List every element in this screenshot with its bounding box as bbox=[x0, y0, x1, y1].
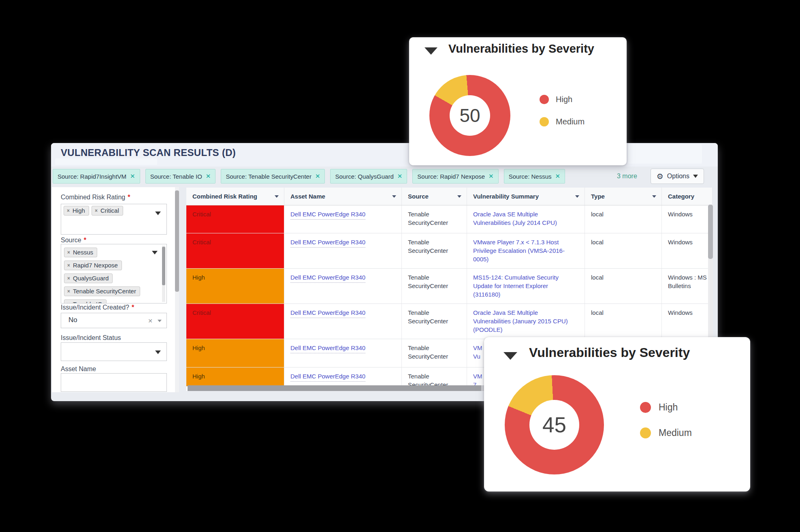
filter-tag[interactable]: ×Tenable IO bbox=[64, 299, 107, 303]
chevron-down-icon[interactable] bbox=[155, 350, 161, 354]
asset-link[interactable]: Dell EMC PowerEdge R340 bbox=[290, 238, 365, 248]
vulnerability-link[interactable]: (POODLE) bbox=[473, 325, 579, 334]
category-cell: Windows bbox=[662, 304, 713, 339]
issue-incident-status-select[interactable] bbox=[61, 342, 167, 361]
tag-remove-icon[interactable]: × bbox=[67, 208, 70, 214]
clear-icon[interactable]: ✕ bbox=[148, 318, 153, 324]
scrollbar-thumb[interactable] bbox=[162, 247, 165, 285]
risk-rating-cell: Critical bbox=[186, 233, 284, 268]
filter-chip-label: Source: Nessus bbox=[509, 173, 552, 180]
vulnerability-link[interactable]: MS15-124: Cumulative Security bbox=[473, 273, 579, 282]
vulnerability-summary-cell: MS15-124: Cumulative SecurityUpdate for … bbox=[467, 269, 585, 303]
filter-tag[interactable]: ×Nessus bbox=[64, 248, 97, 257]
source-list-scrollbar[interactable] bbox=[162, 246, 165, 302]
asset-link[interactable]: Dell EMC PowerEdge R340 bbox=[290, 372, 365, 382]
more-filters-link[interactable]: 3 more bbox=[617, 173, 637, 180]
legend-item: High bbox=[640, 402, 692, 413]
scrollbar-thumb[interactable] bbox=[175, 190, 179, 292]
vulnerability-link[interactable]: Privilege Escalation (VMSA-2016- bbox=[473, 246, 579, 255]
chip-remove-icon[interactable]: ✕ bbox=[206, 173, 211, 180]
filter-tag-label: QualysGuard bbox=[73, 275, 109, 282]
options-button[interactable]: ⚙ Options bbox=[651, 169, 704, 184]
asset-name-input[interactable] bbox=[61, 373, 167, 392]
filter-tag-label: High bbox=[73, 207, 85, 214]
chip-remove-icon[interactable]: ✕ bbox=[130, 173, 135, 180]
chevron-down-icon[interactable] bbox=[155, 212, 161, 215]
column-header[interactable]: Source bbox=[402, 188, 467, 205]
chevron-down-icon[interactable] bbox=[158, 320, 162, 322]
column-header[interactable]: Combined Risk Rating bbox=[186, 188, 284, 205]
table-row: CriticalDell EMC PowerEdge R340Tenable S… bbox=[186, 304, 713, 339]
column-header[interactable]: Type bbox=[585, 188, 662, 205]
filter-chip[interactable]: Source: Tenable IO✕ bbox=[145, 169, 216, 184]
sort-caret-icon[interactable] bbox=[652, 195, 656, 198]
tag-remove-icon[interactable]: × bbox=[67, 288, 70, 294]
asset-name-label: Asset Name bbox=[61, 365, 96, 373]
column-header[interactable]: Category bbox=[662, 188, 713, 205]
vulnerability-link[interactable]: Vulnerabilities (January 2015 CPU) bbox=[473, 317, 579, 325]
donut-hole: 45 bbox=[529, 400, 579, 450]
source-value: Tenable SecurityCenter bbox=[408, 308, 459, 325]
chip-remove-icon[interactable]: ✕ bbox=[397, 173, 403, 180]
chevron-down-icon[interactable] bbox=[152, 251, 158, 254]
legend-item: High bbox=[540, 95, 585, 104]
filter-tag[interactable]: ×High bbox=[64, 206, 89, 216]
asset-link[interactable]: Dell EMC PowerEdge R340 bbox=[290, 210, 365, 220]
chip-remove-icon[interactable]: ✕ bbox=[489, 173, 494, 180]
filter-tag[interactable]: ×Tenable SecurityCenter bbox=[64, 286, 140, 296]
tag-remove-icon[interactable]: × bbox=[67, 263, 70, 268]
type-cell: local bbox=[585, 233, 662, 268]
chip-remove-icon[interactable]: ✕ bbox=[315, 173, 320, 180]
vulnerability-link[interactable]: Oracle Java SE Multiple bbox=[473, 308, 579, 317]
sort-caret-icon[interactable] bbox=[575, 195, 579, 198]
filter-chip[interactable]: Source: Rapid7InsightVM✕ bbox=[53, 169, 140, 184]
filter-tag[interactable]: ×Rapid7 Nexpose bbox=[64, 261, 122, 270]
vulnerability-link[interactable]: Oracle Java SE Multiple bbox=[473, 210, 579, 218]
source-cell: Tenable SecurityCenter bbox=[402, 367, 467, 386]
vulnerability-link[interactable]: Update for Internet Explorer bbox=[473, 282, 579, 290]
column-header[interactable]: Vulnerability Summary bbox=[467, 188, 585, 205]
source-select[interactable]: ×Nessus×Rapid7 Nexpose×QualysGuard×Tenab… bbox=[61, 244, 167, 303]
issue-incident-created-select[interactable]: No ✕ bbox=[61, 313, 167, 328]
vulnerability-link[interactable]: Vulnerabilities (July 2014 CPU) bbox=[473, 218, 579, 227]
filter-chip[interactable]: Source: Nessus✕ bbox=[504, 169, 565, 184]
category-cell: Windows : MS Bulletins bbox=[662, 269, 713, 303]
collapse-triangle-icon[interactable] bbox=[425, 47, 437, 55]
vulnerability-link[interactable]: 0005) bbox=[473, 255, 579, 263]
scrollbar-thumb[interactable] bbox=[708, 205, 713, 259]
filter-chip[interactable]: Source: Rapid7 Nexpose✕ bbox=[412, 169, 498, 184]
filter-tag[interactable]: ×QualysGuard bbox=[64, 273, 113, 283]
source-value: Tenable SecurityCenter bbox=[408, 372, 459, 386]
filter-chip[interactable]: Source: QualysGuard✕ bbox=[330, 169, 407, 184]
vulnerability-link[interactable]: (3116180) bbox=[473, 290, 579, 299]
donut-total-value: 50 bbox=[459, 105, 480, 126]
column-header[interactable]: Asset Name bbox=[284, 188, 402, 205]
combined-risk-rating-select[interactable]: ×High×Critical bbox=[61, 204, 167, 235]
asset-link[interactable]: Dell EMC PowerEdge R340 bbox=[290, 308, 365, 318]
sort-caret-icon[interactable] bbox=[275, 195, 279, 198]
filter-tag[interactable]: ×Critical bbox=[92, 206, 123, 216]
type-value: local bbox=[591, 309, 604, 316]
vulnerability-link[interactable]: VMware Player 7.x < 7.1.3 Host bbox=[473, 238, 579, 246]
tag-remove-icon[interactable]: × bbox=[67, 250, 70, 255]
tag-remove-icon[interactable]: × bbox=[95, 208, 98, 214]
tag-remove-icon[interactable]: × bbox=[67, 276, 70, 281]
sort-caret-icon[interactable] bbox=[392, 195, 396, 198]
column-header-label: Category bbox=[668, 193, 694, 200]
sort-caret-icon[interactable] bbox=[457, 195, 461, 198]
chip-remove-icon[interactable]: ✕ bbox=[555, 173, 561, 180]
risk-rating-value: High bbox=[192, 373, 205, 380]
donut-hole: 50 bbox=[450, 95, 490, 136]
asset-link[interactable]: Dell EMC PowerEdge R340 bbox=[290, 273, 365, 283]
options-button-label: Options bbox=[667, 173, 689, 180]
scrollbar-thumb[interactable] bbox=[188, 385, 481, 391]
header-ghost-box bbox=[628, 144, 702, 164]
sidebar-scrollbar[interactable] bbox=[175, 187, 179, 392]
legend-label: Medium bbox=[556, 117, 585, 126]
collapse-triangle-icon[interactable] bbox=[503, 352, 517, 360]
source-label: Source* bbox=[61, 237, 86, 244]
asset-link[interactable]: Dell EMC PowerEdge R340 bbox=[290, 344, 365, 353]
category-value: Windows : MS Bulletins bbox=[668, 273, 713, 290]
tag-remove-icon[interactable]: × bbox=[67, 301, 70, 304]
filter-chip[interactable]: Source: Tenable SecurityCenter✕ bbox=[221, 169, 325, 184]
